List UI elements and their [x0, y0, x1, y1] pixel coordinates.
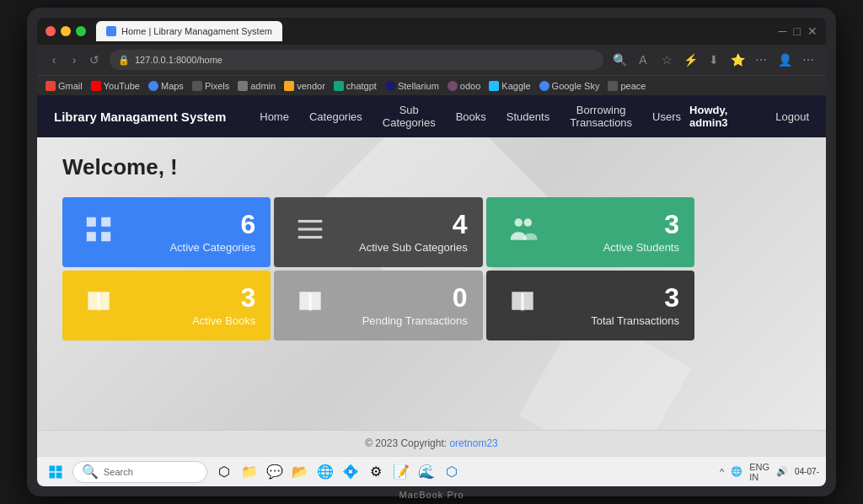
welcome-heading: Welcome, !: [62, 154, 801, 180]
bookmark-pixels-label: Pixels: [205, 81, 229, 91]
taskbar-chevron-icon[interactable]: ^: [720, 467, 724, 477]
svg-rect-4: [298, 219, 323, 222]
close-window-btn[interactable]: [46, 26, 56, 36]
svg-rect-1: [101, 217, 110, 226]
bookmark-vendor[interactable]: vendor: [284, 81, 325, 91]
nav-logout[interactable]: Logout: [775, 110, 809, 123]
bookmark-odoo[interactable]: odoo: [448, 81, 480, 91]
stat-info-categories: 6 Active Categories: [120, 211, 255, 254]
taskbar-app-bing[interactable]: ⬡: [212, 460, 236, 484]
back-button[interactable]: ‹: [46, 51, 62, 68]
svg-point-7: [514, 218, 523, 227]
bookmark-kaggle[interactable]: Kaggle: [489, 81, 530, 91]
bookmark-admin[interactable]: admin: [238, 81, 276, 91]
active-tab[interactable]: Home | Library Managament System: [96, 21, 282, 41]
books-icon: [83, 287, 115, 325]
svg-rect-6: [298, 235, 323, 238]
svg-point-8: [523, 218, 532, 227]
minimize-window-btn[interactable]: [61, 26, 71, 36]
bookmark-gmail[interactable]: Gmail: [46, 81, 83, 91]
taskbar-right: ^ 🌐 ENGIN 🔊 04-07-: [720, 462, 819, 482]
nav-books[interactable]: Books: [448, 105, 495, 128]
books-label: Active Books: [120, 314, 255, 327]
taskbar-search-bar[interactable]: 🔍 Search: [72, 461, 207, 483]
stat-card-total-transactions[interactable]: 3 Total Transactions: [486, 271, 694, 340]
pending-count: 0: [331, 284, 467, 311]
total-icon: [507, 287, 539, 325]
laptop-shell: Home | Library Managament System ─ □ ✕ ‹…: [27, 8, 836, 496]
minimize-icon[interactable]: ─: [779, 24, 787, 38]
window-controls: [46, 26, 86, 36]
forward-button[interactable]: ›: [66, 51, 83, 68]
bookmark-maps-label: Maps: [161, 81, 184, 91]
subcategories-count: 4: [331, 211, 467, 238]
bookmark-stellarium[interactable]: Stellarium: [385, 81, 439, 91]
taskbar-lang-icon[interactable]: 🌐: [731, 466, 742, 477]
bookmark-chatgpt[interactable]: chatgpt: [334, 81, 377, 91]
taskbar-app-discord[interactable]: 💬: [263, 460, 287, 484]
subcategories-icon: [294, 213, 326, 252]
footer-link[interactable]: oretnom23: [449, 437, 497, 449]
settings-icon[interactable]: ⋯: [752, 51, 770, 69]
taskbar-search-icon: 🔍: [82, 464, 99, 480]
extensions-icon[interactable]: ⚡: [681, 51, 700, 69]
bookmark-odoo-label: odoo: [460, 81, 480, 91]
nav-students[interactable]: Students: [498, 105, 558, 128]
taskbar-app-folder[interactable]: 📁: [238, 460, 261, 484]
bookmark-youtube[interactable]: YouTube: [91, 81, 140, 91]
nav-borrowing[interactable]: BorrowingTransactions: [561, 99, 641, 134]
nav-users[interactable]: Users: [644, 105, 689, 128]
taskbar-app-misc[interactable]: ⚙: [364, 460, 388, 484]
stat-card-active-subcategories[interactable]: 4 Active Sub Categories: [274, 197, 482, 267]
stat-card-active-students[interactable]: 3 Active Students: [486, 197, 694, 267]
stat-icon-area-pending: [289, 287, 331, 325]
nav-subcategories[interactable]: SubCategories: [374, 99, 444, 134]
stat-icon-area: [78, 213, 120, 252]
taskbar-date: 04-07-: [795, 467, 819, 476]
profile-icon[interactable]: A: [634, 51, 652, 69]
bookmark-icon[interactable]: ☆: [657, 51, 676, 69]
bookmark-pixels[interactable]: Pixels: [192, 81, 229, 91]
menu-icon[interactable]: ⋯: [799, 51, 817, 69]
download-icon[interactable]: ⬇: [705, 51, 723, 69]
windows-start-button[interactable]: [44, 460, 67, 484]
browser-actions: 🔍 A ☆ ⚡ ⬇ ⭐ ⋯ 👤 ⋯: [610, 51, 817, 69]
googlesky-favicon: [539, 81, 549, 91]
close-icon[interactable]: ✕: [807, 24, 817, 38]
vendor-favicon: [284, 81, 294, 91]
taskbar-app-notes[interactable]: 📝: [389, 460, 413, 484]
stat-card-active-books[interactable]: 3 Active Books: [62, 271, 271, 340]
refresh-button[interactable]: ↺: [86, 51, 103, 68]
bookmark2-icon[interactable]: ⭐: [728, 51, 747, 69]
taskbar-app-chrome[interactable]: 🌐: [314, 460, 337, 484]
footer-text: © 2023 Copyright:: [365, 437, 449, 449]
user-avatar[interactable]: 👤: [775, 51, 794, 69]
restore-icon[interactable]: □: [794, 24, 801, 38]
taskbar-app-skype[interactable]: 💠: [339, 460, 362, 484]
pixels-favicon: [192, 81, 202, 91]
maximize-window-btn[interactable]: [76, 26, 86, 36]
stat-card-pending-transactions[interactable]: 0 Pending Transactions: [274, 271, 482, 340]
main-content: Welcome, !: [37, 137, 826, 430]
taskbar-app-files[interactable]: 📂: [288, 460, 312, 484]
bookmark-maps[interactable]: Maps: [148, 81, 184, 91]
nav-categories[interactable]: Categories: [301, 105, 371, 128]
nav-links: Home Categories SubCategories Books Stud…: [251, 99, 689, 134]
bookmark-googlesky[interactable]: Google Sky: [539, 81, 600, 91]
tab-favicon: [106, 26, 116, 36]
subcategories-label: Active Sub Categories: [331, 241, 467, 254]
bookmark-admin-label: admin: [250, 81, 276, 91]
stellarium-favicon: [385, 81, 395, 91]
taskbar-app-vscode[interactable]: ⬡: [440, 460, 464, 484]
address-bar[interactable]: 🔒 127.0.0.1:8000/home: [110, 50, 603, 70]
taskbar-app-edge[interactable]: 🌊: [415, 460, 438, 484]
students-count: 3: [544, 211, 679, 238]
admin-favicon: [238, 81, 248, 91]
bookmark-peace[interactable]: peace: [608, 81, 646, 91]
taskbar-volume-icon[interactable]: 🔊: [776, 466, 788, 477]
bookmark-chatgpt-label: chatgpt: [346, 81, 377, 91]
categories-count: 6: [120, 211, 255, 238]
stat-card-active-categories[interactable]: 6 Active Categories: [62, 197, 271, 267]
search-icon[interactable]: 🔍: [610, 51, 629, 69]
nav-home[interactable]: Home: [251, 105, 297, 128]
